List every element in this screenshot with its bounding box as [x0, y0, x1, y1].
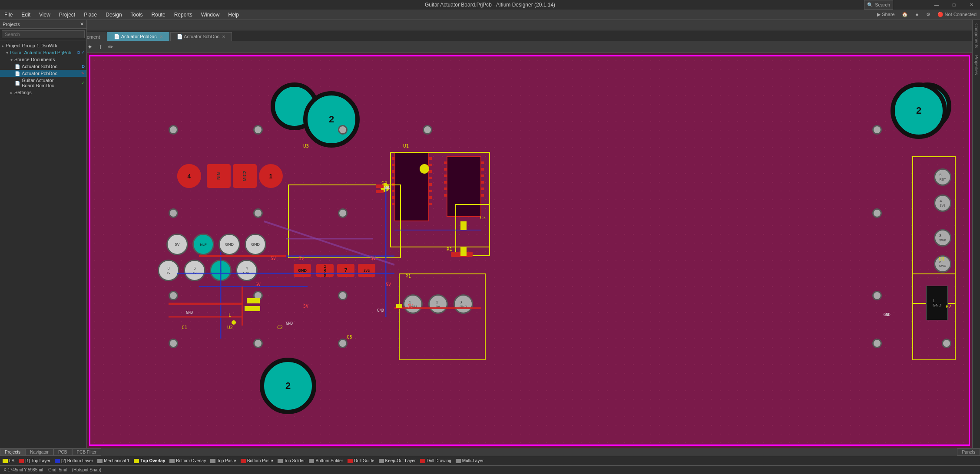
pad-3v3: 3V3	[358, 264, 375, 277]
bottom-panel-tabs: Projects Navigator PCB PCB Filter	[0, 448, 101, 456]
mount-hole-18	[872, 291, 882, 300]
settings-button[interactable]: ⚙	[923, 11, 934, 18]
p1-conn-3: 3GND	[454, 294, 473, 314]
bottom-tab-projects[interactable]: Projects	[0, 448, 25, 456]
tab-close-pcb[interactable]: ✕	[159, 34, 163, 39]
tab-pcbdoc[interactable]: 📄 Actuator.PcbDoc ✕	[107, 32, 169, 41]
box-main-ic	[288, 184, 401, 258]
comp-gnd-2: GND	[245, 234, 266, 255]
panel-label: Projects	[3, 22, 20, 27]
tab-schdoc[interactable]: 📄 Actuator.SchDoc ✕	[170, 32, 232, 41]
layer-color-drill-drawing	[420, 459, 425, 463]
label-c1: C1	[182, 325, 187, 330]
menu-edit[interactable]: Edit	[17, 11, 35, 19]
net-5v-2: 5V	[299, 256, 304, 261]
bottom-tab-pcb-filter[interactable]: PCB Filter	[72, 448, 102, 456]
smd-pad-yellow-1	[460, 221, 467, 230]
layer-color-ls	[3, 459, 8, 463]
tree-guitar-project[interactable]: ▾ Guitar Actuator Board.PrjPcb D ✓	[0, 49, 86, 56]
tab-close-sch[interactable]: ✕	[222, 34, 225, 39]
label-c5: C5	[347, 334, 352, 340]
tree-source-docs[interactable]: ▾ Source Documents	[0, 56, 86, 63]
share-button[interactable]: ▶ Share	[874, 11, 898, 18]
tree-pcbdoc[interactable]: 📄 Actuator.PcbDoc ✎	[0, 70, 86, 77]
comp-teal-nlf: NLF	[192, 234, 214, 255]
label-p1: P1	[405, 273, 411, 279]
tree-label: Project Group 1.DsnWrk	[6, 43, 57, 48]
menu-reports[interactable]: Reports	[170, 11, 197, 19]
tree-bomdoc[interactable]: 📄 Guitar Actuator Board.BomDoc ✓	[0, 77, 86, 89]
net-5v-1: 5V	[271, 256, 276, 261]
p1-conn-1: 1PWM	[403, 294, 423, 314]
layer-color-top-solder	[278, 459, 283, 463]
maximize-button[interactable]: □	[945, 0, 963, 10]
smd-pad-yellow-3	[396, 304, 402, 308]
layer-mech[interactable]: Mechanical 1	[97, 458, 129, 463]
search-container	[0, 29, 86, 40]
mount-hole-5	[169, 208, 178, 218]
label-l: L	[228, 313, 232, 318]
p1-conn-2: 25V	[428, 294, 448, 314]
layer-color-keepout	[379, 459, 384, 463]
properties-tab[interactable]: Properties	[973, 52, 980, 79]
tree-schdoc[interactable]: 📄 Actuator.SchDoc D	[0, 63, 86, 70]
layer-drill-guide[interactable]: Drill Guide	[348, 458, 374, 463]
layer-keepout[interactable]: Keep-Out Layer	[379, 458, 416, 463]
tree-settings[interactable]: ▸ Settings	[0, 89, 86, 96]
not-connected-label: 🔴 Not Connected	[934, 11, 980, 18]
menu-help[interactable]: Help	[224, 11, 243, 19]
layer-color-bottom	[55, 459, 60, 463]
layer-top[interactable]: [1] Top Layer	[19, 458, 50, 463]
menu-view[interactable]: View	[35, 11, 55, 19]
panels-button[interactable]: Panels	[957, 448, 980, 456]
layer-bottom[interactable]: [2] Bottom Layer	[55, 458, 93, 463]
components-tab[interactable]: Components	[973, 20, 980, 52]
search-bar[interactable]: 🔍 Search	[864, 0, 893, 10]
mount-hole-10	[338, 291, 348, 300]
small-pad-2	[376, 190, 384, 193]
bookmark-button[interactable]: ★	[911, 11, 923, 18]
layer-top-solder[interactable]: Top Solder	[278, 458, 305, 463]
menu-project[interactable]: Project	[55, 11, 79, 19]
layer-color-bottom-solder	[309, 459, 314, 463]
tree-project-group[interactable]: ▸ Project Group 1.DsnWrk	[0, 42, 86, 49]
app-title: Guitar Actuator Board.PrjPcb - Altium De…	[425, 2, 555, 8]
layer-bottom-overlay[interactable]: Bottom Overlay	[169, 458, 206, 463]
home-button[interactable]: 🏠	[898, 11, 911, 18]
mount-hole-7	[338, 208, 348, 218]
title-bar: Guitar Actuator Board.PrjPcb - Altium De…	[0, 0, 980, 10]
layer-top-overlay[interactable]: Top Overlay	[134, 458, 165, 463]
projects-toolbar: 📄 📁 💾 🖨 ⚙	[0, 20, 980, 30]
bottom-tab-pcb[interactable]: PCB	[53, 448, 72, 456]
pcb-tool-text[interactable]: T	[96, 43, 105, 51]
window-controls: — □ ✕	[928, 0, 980, 10]
main-canvas[interactable]: 2 2 U3 U1 4 NIN MIC2 1	[87, 53, 972, 448]
layer-drill-drawing[interactable]: Drill Drawing	[420, 458, 451, 463]
label-c2: C2	[277, 325, 283, 330]
menu-window[interactable]: Window	[197, 11, 224, 19]
menu-place[interactable]: Place	[79, 11, 101, 19]
minimize-button[interactable]: —	[928, 0, 945, 10]
menu-design[interactable]: Design	[101, 11, 126, 19]
yellow-dot-gnd	[232, 320, 236, 325]
layer-top-paste[interactable]: Top Paste	[210, 458, 236, 463]
project-search-input[interactable]	[2, 30, 85, 38]
mount-hole-12	[253, 339, 263, 348]
menu-tools[interactable]: Tools	[126, 11, 147, 19]
snap-display: (Hotspot Snap)	[72, 467, 101, 472]
panel-controls[interactable]: ✕	[80, 21, 84, 27]
close-button[interactable]: ✕	[963, 0, 980, 10]
layer-multi[interactable]: Multi-Layer	[456, 458, 483, 463]
pcb-tool-draw[interactable]: ✏	[106, 43, 116, 51]
layer-ls[interactable]: LS	[3, 458, 14, 463]
layer-bottom-paste[interactable]: Bottom Paste	[241, 458, 273, 463]
layer-color-multi	[456, 459, 461, 463]
bottom-tab-navigator[interactable]: Navigator	[25, 448, 53, 456]
menu-file[interactable]: File	[0, 11, 17, 19]
gnd-label-5: GND	[884, 313, 891, 317]
layer-bar: LS [1] Top Layer [2] Bottom Layer Mechan…	[0, 456, 980, 465]
menu-bar: File Edit View Project Place Design Tool…	[0, 10, 980, 20]
component-d1: 1GND	[926, 286, 948, 320]
layer-bottom-solder[interactable]: Bottom Solder	[309, 458, 343, 463]
menu-route[interactable]: Route	[147, 11, 170, 19]
